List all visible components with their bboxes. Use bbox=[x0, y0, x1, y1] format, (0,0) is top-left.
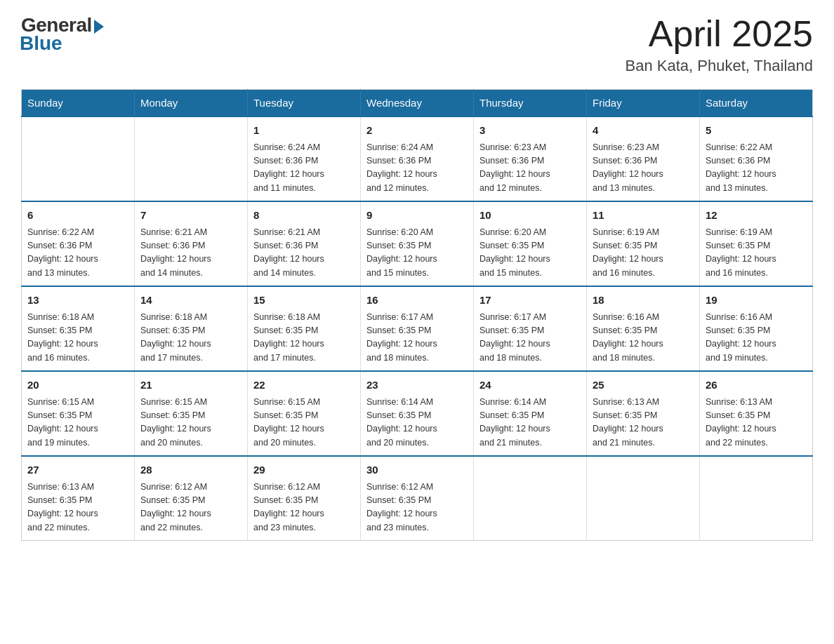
day-number: 15 bbox=[253, 293, 355, 309]
day-number: 21 bbox=[140, 377, 241, 394]
day-info: Sunrise: 6:24 AMSunset: 6:36 PMDaylight:… bbox=[366, 141, 468, 196]
calendar-cell: 29Sunrise: 6:12 AMSunset: 6:35 PMDayligh… bbox=[248, 456, 361, 541]
calendar-cell bbox=[135, 116, 248, 201]
calendar-cell: 20Sunrise: 6:15 AMSunset: 6:35 PMDayligh… bbox=[22, 371, 135, 456]
day-info: Sunrise: 6:22 AMSunset: 6:36 PMDaylight:… bbox=[706, 141, 807, 196]
day-info: Sunrise: 6:20 AMSunset: 6:35 PMDaylight:… bbox=[479, 226, 581, 281]
day-number: 1 bbox=[253, 123, 355, 139]
day-number: 22 bbox=[253, 377, 355, 394]
day-info: Sunrise: 6:16 AMSunset: 6:35 PMDaylight:… bbox=[706, 311, 807, 365]
col-header-thursday: Thursday bbox=[474, 90, 587, 117]
calendar-week-row: 20Sunrise: 6:15 AMSunset: 6:35 PMDayligh… bbox=[22, 371, 813, 456]
calendar-cell: 14Sunrise: 6:18 AMSunset: 6:35 PMDayligh… bbox=[135, 286, 248, 371]
day-info: Sunrise: 6:13 AMSunset: 6:35 PMDaylight:… bbox=[27, 481, 128, 535]
day-number: 5 bbox=[706, 123, 807, 139]
calendar-cell: 28Sunrise: 6:12 AMSunset: 6:35 PMDayligh… bbox=[135, 456, 248, 541]
day-info: Sunrise: 6:12 AMSunset: 6:35 PMDaylight:… bbox=[140, 481, 241, 535]
col-header-saturday: Saturday bbox=[700, 90, 813, 117]
day-number: 16 bbox=[366, 293, 468, 309]
calendar-cell: 1Sunrise: 6:24 AMSunset: 6:36 PMDaylight… bbox=[248, 116, 361, 201]
day-number: 11 bbox=[593, 208, 694, 224]
day-number: 17 bbox=[479, 293, 581, 309]
day-info: Sunrise: 6:18 AMSunset: 6:35 PMDaylight:… bbox=[253, 311, 355, 365]
day-number: 4 bbox=[593, 123, 694, 139]
day-number: 10 bbox=[479, 208, 581, 224]
col-header-sunday: Sunday bbox=[22, 90, 135, 117]
calendar-cell bbox=[474, 456, 587, 541]
day-info: Sunrise: 6:13 AMSunset: 6:35 PMDaylight:… bbox=[593, 396, 694, 450]
col-header-friday: Friday bbox=[587, 90, 700, 117]
calendar-cell: 19Sunrise: 6:16 AMSunset: 6:35 PMDayligh… bbox=[700, 286, 813, 371]
day-number: 24 bbox=[479, 377, 581, 394]
calendar-cell bbox=[587, 456, 700, 541]
day-info: Sunrise: 6:19 AMSunset: 6:35 PMDaylight:… bbox=[593, 226, 694, 281]
day-info: Sunrise: 6:17 AMSunset: 6:35 PMDaylight:… bbox=[366, 311, 468, 365]
logo: General Blue bbox=[21, 14, 104, 55]
day-number: 8 bbox=[253, 208, 355, 224]
col-header-tuesday: Tuesday bbox=[248, 90, 361, 117]
calendar-cell: 9Sunrise: 6:20 AMSunset: 6:35 PMDaylight… bbox=[361, 201, 474, 286]
day-info: Sunrise: 6:16 AMSunset: 6:35 PMDaylight:… bbox=[593, 311, 694, 365]
calendar-cell: 16Sunrise: 6:17 AMSunset: 6:35 PMDayligh… bbox=[361, 286, 474, 371]
calendar-week-row: 1Sunrise: 6:24 AMSunset: 6:36 PMDaylight… bbox=[22, 116, 813, 201]
calendar-cell: 27Sunrise: 6:13 AMSunset: 6:35 PMDayligh… bbox=[22, 456, 135, 541]
calendar-cell: 24Sunrise: 6:14 AMSunset: 6:35 PMDayligh… bbox=[474, 371, 587, 456]
day-info: Sunrise: 6:13 AMSunset: 6:35 PMDaylight:… bbox=[706, 396, 807, 450]
page-header: General Blue April 2025 Ban Kata, Phuket… bbox=[21, 14, 813, 75]
day-number: 19 bbox=[706, 293, 807, 309]
day-number: 13 bbox=[27, 293, 128, 309]
day-number: 30 bbox=[366, 462, 468, 478]
logo-arrow-icon bbox=[94, 20, 104, 34]
day-info: Sunrise: 6:21 AMSunset: 6:36 PMDaylight:… bbox=[140, 226, 241, 281]
calendar-cell: 6Sunrise: 6:22 AMSunset: 6:36 PMDaylight… bbox=[22, 201, 135, 286]
day-info: Sunrise: 6:18 AMSunset: 6:35 PMDaylight:… bbox=[140, 311, 241, 365]
day-number: 6 bbox=[27, 208, 128, 224]
calendar-cell: 11Sunrise: 6:19 AMSunset: 6:35 PMDayligh… bbox=[587, 201, 700, 286]
day-number: 20 bbox=[27, 377, 128, 394]
calendar-cell: 8Sunrise: 6:21 AMSunset: 6:36 PMDaylight… bbox=[248, 201, 361, 286]
day-number: 25 bbox=[593, 377, 694, 394]
logo-blue-text: Blue bbox=[20, 32, 62, 55]
calendar-week-row: 27Sunrise: 6:13 AMSunset: 6:35 PMDayligh… bbox=[22, 456, 813, 541]
day-info: Sunrise: 6:20 AMSunset: 6:35 PMDaylight:… bbox=[366, 226, 468, 281]
day-info: Sunrise: 6:14 AMSunset: 6:35 PMDaylight:… bbox=[479, 396, 581, 450]
location-title: Ban Kata, Phuket, Thailand bbox=[626, 57, 813, 75]
calendar-cell: 30Sunrise: 6:12 AMSunset: 6:35 PMDayligh… bbox=[361, 456, 474, 541]
calendar-cell: 25Sunrise: 6:13 AMSunset: 6:35 PMDayligh… bbox=[587, 371, 700, 456]
month-title: April 2025 bbox=[626, 14, 813, 54]
day-info: Sunrise: 6:23 AMSunset: 6:36 PMDaylight:… bbox=[593, 141, 694, 196]
day-number: 12 bbox=[706, 208, 807, 224]
day-info: Sunrise: 6:12 AMSunset: 6:35 PMDaylight:… bbox=[253, 481, 355, 535]
calendar-cell: 21Sunrise: 6:15 AMSunset: 6:35 PMDayligh… bbox=[135, 371, 248, 456]
day-info: Sunrise: 6:23 AMSunset: 6:36 PMDaylight:… bbox=[479, 141, 581, 196]
calendar-cell: 5Sunrise: 6:22 AMSunset: 6:36 PMDaylight… bbox=[700, 116, 813, 201]
day-number: 3 bbox=[479, 123, 581, 139]
day-number: 14 bbox=[140, 293, 241, 309]
day-info: Sunrise: 6:17 AMSunset: 6:35 PMDaylight:… bbox=[479, 311, 581, 365]
calendar-cell: 26Sunrise: 6:13 AMSunset: 6:35 PMDayligh… bbox=[700, 371, 813, 456]
day-number: 9 bbox=[366, 208, 468, 224]
calendar-header-row: SundayMondayTuesdayWednesdayThursdayFrid… bbox=[22, 90, 813, 117]
day-number: 26 bbox=[706, 377, 807, 394]
day-number: 18 bbox=[593, 293, 694, 309]
calendar-cell: 12Sunrise: 6:19 AMSunset: 6:35 PMDayligh… bbox=[700, 201, 813, 286]
day-number: 27 bbox=[27, 462, 128, 478]
calendar-cell: 10Sunrise: 6:20 AMSunset: 6:35 PMDayligh… bbox=[474, 201, 587, 286]
calendar-cell: 15Sunrise: 6:18 AMSunset: 6:35 PMDayligh… bbox=[248, 286, 361, 371]
day-info: Sunrise: 6:12 AMSunset: 6:35 PMDaylight:… bbox=[366, 481, 468, 535]
calendar-cell: 7Sunrise: 6:21 AMSunset: 6:36 PMDaylight… bbox=[135, 201, 248, 286]
calendar-cell bbox=[22, 116, 135, 201]
calendar-cell: 3Sunrise: 6:23 AMSunset: 6:36 PMDaylight… bbox=[474, 116, 587, 201]
day-info: Sunrise: 6:24 AMSunset: 6:36 PMDaylight:… bbox=[253, 141, 355, 196]
calendar-cell: 22Sunrise: 6:15 AMSunset: 6:35 PMDayligh… bbox=[248, 371, 361, 456]
day-number: 2 bbox=[366, 123, 468, 139]
calendar-table: SundayMondayTuesdayWednesdayThursdayFrid… bbox=[21, 89, 813, 541]
day-info: Sunrise: 6:18 AMSunset: 6:35 PMDaylight:… bbox=[27, 311, 128, 365]
day-number: 7 bbox=[140, 208, 241, 224]
day-info: Sunrise: 6:15 AMSunset: 6:35 PMDaylight:… bbox=[27, 396, 128, 450]
day-info: Sunrise: 6:14 AMSunset: 6:35 PMDaylight:… bbox=[366, 396, 468, 450]
day-info: Sunrise: 6:15 AMSunset: 6:35 PMDaylight:… bbox=[253, 396, 355, 450]
calendar-cell: 18Sunrise: 6:16 AMSunset: 6:35 PMDayligh… bbox=[587, 286, 700, 371]
calendar-cell: 4Sunrise: 6:23 AMSunset: 6:36 PMDaylight… bbox=[587, 116, 700, 201]
calendar-week-row: 6Sunrise: 6:22 AMSunset: 6:36 PMDaylight… bbox=[22, 201, 813, 286]
